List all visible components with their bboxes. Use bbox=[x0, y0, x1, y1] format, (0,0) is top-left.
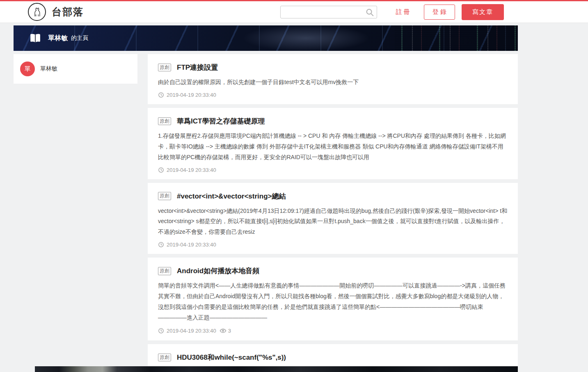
article-date: 2019-04-19 20:33:40 bbox=[167, 92, 216, 98]
article-header: 原創 華爲ICT學習之存儲基礎原理 bbox=[158, 116, 508, 126]
article-list: 原創 FTP連接設置 由於自己設置的權限原因，所以先創建一個子目錄test中文名… bbox=[148, 54, 518, 372]
article-meta: 2019-04-19 20:33:40 bbox=[158, 242, 508, 248]
write-article-button[interactable]: 寫文章 bbox=[462, 4, 504, 20]
article-title[interactable]: #vector<int>&vector<string>總結 bbox=[177, 192, 286, 201]
article-date: 2019-04-19 20:33:40 bbox=[167, 328, 216, 334]
register-link[interactable]: 註 冊 bbox=[396, 8, 410, 16]
llama-logo-icon[interactable] bbox=[28, 3, 46, 21]
article-meta: 2019-04-19 20:33:40 bbox=[158, 167, 508, 173]
article-title[interactable]: Android如何播放本地音頻 bbox=[177, 266, 259, 276]
article-header: 原創 FTP連接設置 bbox=[158, 63, 508, 72]
article-card: 原創 #vector<int>&vector<string>總結 vector<… bbox=[148, 183, 518, 254]
view-counter: 3 bbox=[220, 327, 231, 334]
article-header: 原創 HDU3068和while(~scanf("%s",s)) bbox=[158, 353, 508, 362]
original-tag: 原創 bbox=[158, 64, 171, 72]
original-tag: 原創 bbox=[158, 192, 171, 200]
article-meta: 2019-04-19 20:33:40 3 bbox=[158, 327, 508, 334]
user-name[interactable]: 單林敏 bbox=[40, 65, 57, 73]
article-header: 原創 Android如何播放本地音頻 bbox=[158, 266, 508, 276]
header-actions: 註 冊 登 錄 寫文章 bbox=[280, 4, 504, 20]
matrix-background-decoration bbox=[395, 25, 518, 51]
avatar[interactable]: 單 bbox=[20, 62, 35, 76]
book-icon bbox=[29, 32, 42, 44]
clock-icon bbox=[158, 167, 164, 173]
article-excerpt: 1.存儲發展歷程2.存儲與應用環境PC端內部計算機總線 -- > CPU 和 內… bbox=[158, 131, 508, 163]
article-excerpt: vector<int>&vector<string>總結(2019年4月13日1… bbox=[158, 206, 508, 238]
content: 單 單林敏 原創 FTP連接設置 由於自己設置的權限原因，所以先創建一個子目錄t… bbox=[14, 54, 518, 372]
original-tag: 原創 bbox=[158, 267, 171, 275]
original-tag: 原創 bbox=[158, 354, 171, 362]
article-header: 原創 #vector<int>&vector<string>總結 bbox=[158, 192, 508, 201]
view-count: 3 bbox=[228, 328, 231, 334]
user-card[interactable]: 單 單林敏 bbox=[14, 54, 137, 84]
search-box bbox=[280, 6, 377, 18]
article-title[interactable]: 華爲ICT學習之存儲基礎原理 bbox=[177, 116, 265, 126]
profile-subtitle: 的主頁 bbox=[71, 34, 88, 42]
site-brand[interactable]: 台部落 bbox=[28, 3, 84, 21]
article-excerpt: 由於自己設置的權限原因，所以先創建一個子目錄test中文名可以用mv挽救一下 bbox=[158, 77, 508, 88]
article-date: 2019-04-19 20:33:40 bbox=[167, 242, 216, 248]
article-date: 2019-04-19 20:33:40 bbox=[167, 167, 216, 173]
clock-icon bbox=[158, 242, 164, 248]
article-card: 原創 FTP連接設置 由於自己設置的權限原因，所以先創建一個子目錄test中文名… bbox=[148, 54, 518, 104]
profile-banner: 單林敏 的主頁 bbox=[14, 25, 518, 51]
search-input[interactable] bbox=[281, 7, 362, 18]
clock-icon bbox=[158, 92, 164, 98]
login-button[interactable]: 登 錄 bbox=[424, 5, 455, 20]
clock-icon bbox=[158, 328, 164, 334]
article-title[interactable]: FTP連接設置 bbox=[177, 63, 218, 72]
site-title[interactable]: 台部落 bbox=[52, 5, 84, 18]
article-card: 原創 華爲ICT學習之存儲基礎原理 1.存儲發展歷程2.存儲與應用環境PC端內部… bbox=[148, 108, 518, 179]
search-icon[interactable] bbox=[365, 8, 374, 17]
article-card: 原創 Android如何播放本地音頻 簡單的音頻等文件調用<——人生總得做點有意… bbox=[148, 258, 518, 340]
eye-icon bbox=[220, 327, 227, 334]
original-tag: 原創 bbox=[158, 117, 171, 126]
profile-name: 單林敏 bbox=[48, 34, 68, 43]
article-meta: 2019-04-19 20:33:40 bbox=[158, 92, 508, 98]
sidebar: 單 單林敏 bbox=[14, 54, 137, 84]
bottom-banner bbox=[35, 366, 518, 372]
header: 台部落 註 冊 登 錄 寫文章 bbox=[0, 1, 588, 23]
article-title[interactable]: HDU3068和while(~scanf("%s",s)) bbox=[177, 353, 286, 362]
article-excerpt: 簡單的音頻等文件調用<——人生總得做點有意義的事情———————開始前的嘮叨——… bbox=[158, 281, 508, 323]
